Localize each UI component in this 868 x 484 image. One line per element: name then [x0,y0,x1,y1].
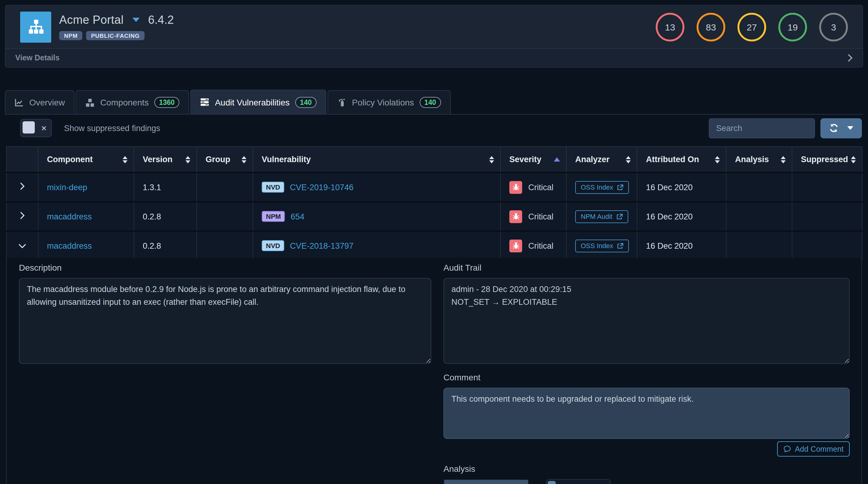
project-tag-npm: NPM [59,31,83,40]
column-header-component[interactable]: Component [38,147,134,172]
comment-textarea[interactable]: This component needs to be upgraded or r… [443,388,850,439]
vulnerability-link[interactable]: CVE-2019-10746 [290,183,353,192]
show-suppressed-label: Show suppressed findings [64,123,160,133]
sort-icon [626,156,631,163]
external-link-icon [616,213,623,220]
show-suppressed-toggle[interactable]: × [20,119,52,137]
column-header-suppressed[interactable]: Suppressed [792,147,862,172]
sort-icon [242,156,246,163]
severity-label: Critical [528,241,554,250]
project-header-main: Acme Portal 6.4.2 NPM PUBLIC-FACING 13 8… [5,5,863,48]
findings-table: Component Version Group Vulnerability Se… [6,146,863,261]
column-header-analysis[interactable]: Analysis [726,147,792,172]
attributed-on-cell: 16 Dec 2020 [637,172,726,202]
toggle-knob [548,481,556,484]
component-link[interactable]: mixin-deep [47,183,87,192]
version-cell: 1.3.1 [134,172,197,202]
ring-medium: 27 [738,12,766,41]
sort-ascending-icon [554,157,560,162]
sitemap-icon [20,11,51,42]
analyzer-link-button[interactable]: OSS Index [575,239,629,252]
column-header-group[interactable]: Group [197,147,253,172]
ring-critical: 13 [656,12,684,41]
table-header-row: Component Version Group Vulnerability Se… [6,147,862,172]
tab-overview[interactable]: Overview [5,90,75,114]
columns-dropdown-caret-icon [847,126,854,130]
refresh-button[interactable] [820,118,862,138]
tab-label: Components [100,98,149,107]
component-link[interactable]: macaddress [47,212,92,221]
analysis-cell [726,202,792,231]
attributed-on-cell: 16 Dec 2020 [637,202,726,231]
vuln-source-badge: NPM [262,211,285,222]
external-link-icon [617,242,623,249]
toggle-knob [23,121,35,133]
vulnerability-link[interactable]: 654 [291,212,304,221]
analysis-label: Analysis [443,464,850,474]
collapse-row-button[interactable] [6,231,38,260]
table-toolbar: × Show suppressed findings [5,117,863,139]
bug-icon [509,239,522,252]
vulnerability-link[interactable]: CVE-2018-13797 [290,241,353,250]
analysis-select[interactable]: Exploitable [443,479,529,484]
project-header-card: Acme Portal 6.4.2 NPM PUBLIC-FACING 13 8… [5,5,863,68]
audit-trail-textarea[interactable]: admin - 28 Dec 2020 at 00:29:15 NOT_SET … [443,278,850,364]
comment-label: Comment [443,373,850,382]
column-header-analyzer[interactable]: Analyzer [566,147,637,172]
suppressed-cell [792,231,862,260]
external-link-icon [617,184,623,191]
cubes-icon [86,98,95,107]
tab-count-badge: 1360 [154,97,180,108]
description-textarea[interactable]: The macaddress module before 0.2.9 for N… [19,278,431,364]
project-switcher-caret-icon[interactable] [132,18,140,22]
expand-row-button[interactable] [6,172,38,202]
tasks-icon [200,98,210,107]
tab-count-badge: 140 [420,97,441,108]
analyzer-link-button[interactable]: OSS Index [575,181,629,194]
tab-bar: Overview Components 1360 Audit Vulnerabi… [5,90,863,115]
column-header-version[interactable]: Version [134,147,197,172]
version-cell: 0.2.8 [134,202,197,231]
tab-policy-violations[interactable]: Policy Violations 140 [328,90,451,114]
group-cell [197,202,253,231]
column-header-attributed-on[interactable]: Attributed On [637,147,726,172]
severity-label: Critical [528,183,554,192]
sort-icon [781,156,786,163]
view-details-bar[interactable]: View Details [5,48,863,67]
version-cell: 0.2.8 [134,231,197,260]
tab-components[interactable]: Components 1360 [76,90,189,114]
suppressed-cell [792,202,862,231]
table-row: macaddress 0.2.8 NPM654 Critical NPM Aud… [6,202,862,231]
vuln-source-badge: NVD [262,182,284,193]
column-header-vulnerability[interactable]: Vulnerability [253,147,500,172]
sort-icon [851,156,856,163]
expand-row-button[interactable] [6,202,38,231]
attributed-on-cell: 16 Dec 2020 [637,231,726,260]
chart-line-icon [14,98,24,107]
column-header-severity[interactable]: Severity [500,147,566,172]
suppress-toggle[interactable]: Suppress [546,479,611,484]
analyzer-link-button[interactable]: NPM Audit [575,210,628,223]
severity-label: Critical [528,212,554,221]
refresh-icon [829,123,839,133]
vuln-source-badge: NVD [262,240,284,251]
sort-icon [185,156,190,163]
ring-high: 83 [696,12,725,41]
search-input[interactable] [709,118,815,138]
group-cell [197,172,253,202]
bug-icon [509,181,522,194]
chevron-right-icon [847,54,853,62]
analysis-cell [726,231,792,260]
ring-low: 19 [778,12,807,41]
component-link[interactable]: macaddress [47,241,92,250]
project-version: 6.4.2 [148,13,174,27]
tab-audit-vulnerabilities[interactable]: Audit Vulnerabilities 140 [191,90,326,114]
tab-label: Policy Violations [352,98,414,107]
severity-rings: 13 83 27 19 3 [656,12,853,41]
audit-trail-label: Audit Trail [443,263,850,272]
project-info: Acme Portal 6.4.2 NPM PUBLIC-FACING [59,13,174,40]
speech-bubble-icon [783,445,791,453]
app-root: Acme Portal 6.4.2 NPM PUBLIC-FACING 13 8… [0,0,868,484]
add-comment-button[interactable]: Add Comment [777,441,850,457]
project-tag-public-facing: PUBLIC-FACING [86,31,145,40]
